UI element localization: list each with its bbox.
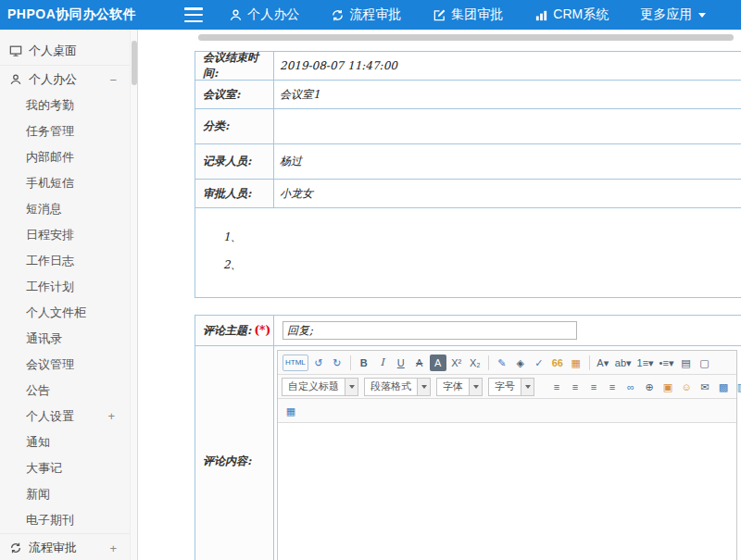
align-left-icon[interactable]: ≡ — [548, 379, 565, 395]
expand-icon[interactable]: + — [107, 404, 115, 429]
emotion-icon[interactable]: ▦ — [568, 355, 584, 371]
bold-icon[interactable]: B — [356, 355, 372, 371]
subscript-icon[interactable]: X₂ — [467, 355, 484, 371]
nav-crm-system[interactable]: CRM系统 — [534, 6, 609, 23]
superscript-icon[interactable]: X² — [448, 355, 465, 371]
nav-more-apps[interactable]: 更多应用 — [640, 6, 706, 23]
field-label: 会议室: — [195, 81, 274, 108]
rich-text-editor: HTML ↺ ↻ B I U A A X² X₂ ✎ — [277, 350, 737, 560]
format-painter-icon[interactable]: ✎ — [494, 355, 510, 371]
sidebar-item-attendance[interactable]: 我的考勤 — [0, 93, 130, 118]
comment-subject-input[interactable] — [283, 321, 577, 340]
custom-title-dropdown[interactable]: 自定义标题 — [282, 378, 358, 396]
remove-format-icon[interactable]: ◈ — [512, 355, 529, 371]
horizontal-scrollbar[interactable] — [198, 34, 734, 41]
table-row: 评论主题: (*) — [195, 316, 741, 346]
background-color-icon[interactable]: ab▾ — [613, 355, 634, 371]
strikethrough-icon[interactable]: A — [411, 355, 428, 371]
expand-icon[interactable]: + — [109, 541, 117, 554]
undo-icon[interactable]: ↺ — [310, 355, 327, 371]
toolbar-separator — [350, 355, 351, 370]
align-center-icon[interactable]: ≡ — [567, 379, 584, 395]
main-content: 会议结束时间: 2019-08-07 11:47:00 会议室: 会议室1 分类… — [138, 30, 741, 560]
sidebar-item-sms[interactable]: 手机短信 — [0, 170, 130, 196]
sidebar-item-major-events[interactable]: 大事记 — [0, 455, 130, 481]
table-row: 分类: — [195, 109, 741, 144]
sidebar-item-label: 公告 — [26, 383, 50, 397]
align-justify-icon[interactable]: ≡ — [604, 379, 621, 395]
nav-personal-office[interactable]: 个人办公 — [229, 6, 299, 23]
sidebar-item-e-journal[interactable]: 电子期刊 — [0, 507, 130, 533]
sidebar-scrollbar[interactable] — [130, 30, 137, 560]
align-right-icon[interactable]: ≡ — [585, 379, 602, 395]
edit-approval-icon — [433, 8, 446, 22]
sidebar-item-label: 电子期刊 — [26, 513, 74, 527]
sidebar-item-work-log[interactable]: 工作日志 — [0, 248, 130, 274]
collapse-icon[interactable]: − — [109, 72, 117, 86]
auto-typeset-icon[interactable]: ✓ — [531, 355, 547, 371]
sidebar-item-personal-office[interactable]: 个人办公 − — [0, 65, 130, 93]
nav-workflow-approval[interactable]: 流程审批 — [331, 6, 401, 23]
comment-form: 评论主题: (*) 评论内容: HTML ↺ ↻ — [195, 315, 741, 560]
dropdown-label: 段落格式 — [365, 380, 417, 393]
content-line: 2、 — [223, 251, 242, 279]
underline-icon[interactable]: U — [393, 355, 409, 371]
sidebar-item-news[interactable]: 新闻 — [0, 481, 130, 507]
hamburger-menu-icon[interactable] — [184, 7, 203, 22]
sidebar-item-label: 我的考勤 — [26, 98, 74, 112]
emotion-face-icon[interactable]: ☺ — [678, 379, 695, 395]
field-label: 评论主题: (*) — [195, 316, 274, 345]
paragraph-format-dropdown[interactable]: 段落格式 — [364, 378, 431, 396]
sidebar-item-schedule[interactable]: 日程安排 — [0, 222, 130, 248]
nav-group-approval[interactable]: 集团审批 — [433, 6, 503, 23]
field-label: 记录人员: — [195, 144, 274, 179]
chevron-down-icon — [521, 379, 534, 395]
sidebar-item-internal-mail[interactable]: 内部邮件 — [0, 144, 130, 170]
sidebar-item-announcement[interactable]: 公告 — [0, 378, 130, 404]
field-value — [274, 316, 741, 345]
field-label: 审批人员: — [195, 180, 274, 207]
font-border-icon[interactable]: A — [430, 355, 446, 371]
code-icon[interactable]: ▥ — [734, 379, 741, 395]
sidebar-item-work-plan[interactable]: 工作计划 — [0, 274, 130, 300]
chevron-down-icon — [345, 379, 358, 395]
ordered-list-icon[interactable]: 1≡▾ — [635, 355, 656, 371]
sidebar-item-workflow-approval[interactable]: 流程审批 + — [0, 533, 130, 560]
unordered-list-icon[interactable]: •≡▾ — [658, 355, 676, 371]
font-size-dropdown[interactable]: 字号 — [488, 378, 534, 396]
insert-table-icon[interactable]: ▦ — [283, 403, 299, 419]
nav-label: 个人办公 — [247, 6, 299, 23]
new-document-icon[interactable]: ▢ — [696, 355, 712, 371]
field-value: 小龙女 — [274, 180, 741, 207]
image-icon[interactable]: ▣ — [659, 379, 676, 395]
chevron-down-icon — [469, 379, 482, 395]
redo-icon[interactable]: ↻ — [329, 355, 345, 371]
sidebar-item-desktop[interactable]: 个人桌面 — [0, 37, 130, 65]
required-mark: (*) — [254, 324, 270, 337]
anchor-icon[interactable]: ⊕ — [641, 379, 658, 395]
sidebar-item-contacts[interactable]: 通讯录 — [0, 326, 130, 352]
map-icon[interactable]: ▩ — [715, 379, 732, 395]
sidebar-item-personal-settings[interactable]: 个人设置 + — [0, 404, 130, 429]
paste-plain-icon[interactable]: ▤ — [677, 355, 694, 371]
font-color-icon[interactable]: A▾ — [595, 355, 611, 371]
monitor-icon — [9, 44, 22, 57]
sidebar-item-label: 内部邮件 — [26, 150, 74, 164]
source-code-icon[interactable]: HTML — [283, 355, 308, 371]
sidebar-item-meeting-management[interactable]: 会议管理 — [0, 352, 130, 378]
table-row: 审批人员: 小龙女 — [195, 180, 741, 208]
link-icon[interactable]: ∞ — [622, 379, 639, 395]
italic-icon[interactable]: I — [374, 355, 391, 371]
sidebar-item-short-message[interactable]: 短消息 — [0, 196, 130, 222]
editor-cell: HTML ↺ ↻ B I U A A X² X₂ ✎ — [274, 346, 741, 560]
table-row: 会议室: 会议室1 — [195, 81, 741, 109]
sidebar-item-file-cabinet[interactable]: 个人文件柜 — [0, 300, 130, 326]
editor-toolbar-row2: 自定义标题 段落格式 字体 — [278, 375, 736, 399]
editor-body[interactable] — [278, 423, 736, 560]
font-family-dropdown[interactable]: 字体 — [436, 378, 483, 396]
sidebar-item-notifications[interactable]: 通知 — [0, 429, 130, 455]
sidebar-item-tasks[interactable]: 任务管理 — [0, 118, 130, 144]
blockquote-icon[interactable]: 66 — [549, 355, 566, 371]
attachment-icon[interactable]: ✉ — [697, 379, 713, 395]
nav-label: 流程审批 — [349, 6, 401, 23]
